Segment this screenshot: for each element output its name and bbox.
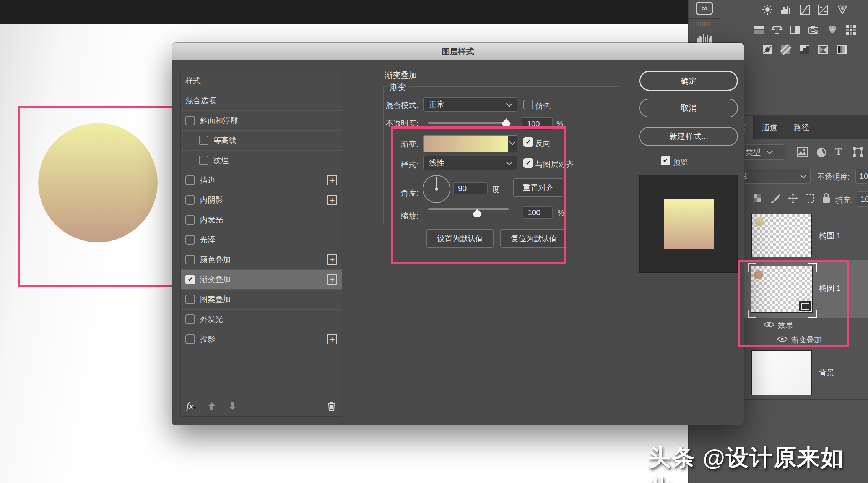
hue-saturation-icon[interactable] <box>753 24 765 36</box>
blend-mode-select[interactable]: 正常 <box>423 97 517 112</box>
layer-fill-value: 100% <box>861 195 868 204</box>
list-item-blending-options[interactable]: 混合选项 <box>181 91 342 111</box>
exposure-icon[interactable] <box>818 4 829 15</box>
histogram-panel-icon[interactable] <box>696 32 713 43</box>
add-stroke-button[interactable]: + <box>327 175 337 185</box>
dialog-annotation-rect <box>391 126 566 264</box>
contour-checkbox[interactable]: ✔ <box>199 136 208 145</box>
new-style-button[interactable]: 新建样式... <box>639 127 738 146</box>
watermark-text: 头条 @设计原来如此 <box>648 442 868 483</box>
color-overlay-checkbox[interactable]: ✔ <box>185 255 195 264</box>
cancel-button-label: 取消 <box>681 103 697 113</box>
style-list: 样式 混合选项 ✔ 斜面和浮雕 ✔ 等高线 ✔ 纹理 ✔ 描边 + ✔ 内阴影 … <box>180 71 342 417</box>
layers-annotation-rect <box>738 260 849 347</box>
preview-checkbox[interactable]: ✔ <box>661 156 670 165</box>
add-drop-shadow-button[interactable]: + <box>327 334 337 344</box>
tab-channels[interactable]: 通道 <box>754 116 785 139</box>
list-item-stroke[interactable]: ✔ 描边 + <box>181 170 342 190</box>
gradient-map-icon[interactable] <box>818 44 829 55</box>
list-item-label: 外发光 <box>200 314 223 324</box>
photo-filter-icon[interactable] <box>808 24 819 36</box>
dither-checkbox[interactable]: ✔ <box>523 100 533 109</box>
texture-checkbox[interactable]: ✔ <box>199 156 208 165</box>
move-effect-down-button[interactable] <box>228 402 237 411</box>
filter-adjustment-layers-icon[interactable] <box>816 147 827 158</box>
outer-glow-checkbox[interactable]: ✔ <box>185 314 195 324</box>
list-item-inner-shadow[interactable]: ✔ 内阴影 + <box>181 190 342 210</box>
add-inner-shadow-button[interactable]: + <box>327 195 337 205</box>
blend-mode-value: 正常 <box>429 99 444 110</box>
dialog-titlebar[interactable]: 图层样式 <box>172 43 744 60</box>
list-item-pattern-overlay[interactable]: ✔ 图案叠加 <box>181 290 342 310</box>
curves-icon[interactable] <box>799 4 811 15</box>
list-item-label: 颜色叠加 <box>200 254 231 265</box>
background-layer-thumb <box>751 350 812 395</box>
canvas-annotation-rect <box>18 106 180 287</box>
stroke-checkbox[interactable]: ✔ <box>185 175 195 185</box>
list-item-label: 渐变叠加 <box>200 274 231 285</box>
tab-paths[interactable]: 路径 <box>786 116 817 139</box>
brightness-contrast-icon[interactable] <box>762 4 773 15</box>
ok-button[interactable]: 确定 <box>639 71 738 91</box>
list-item-inner-glow[interactable]: ✔ 内发光 <box>181 210 342 230</box>
vibrance-icon[interactable] <box>837 4 848 15</box>
screen: ∞ |||||||| <box>0 0 868 483</box>
delete-effect-trash-button[interactable] <box>327 401 336 412</box>
list-item-label: 等高线 <box>213 135 236 146</box>
list-item-drop-shadow[interactable]: ✔ 投影 + <box>181 329 342 349</box>
invert-icon[interactable] <box>762 44 773 55</box>
creative-cloud-icon[interactable]: ∞ <box>696 2 713 15</box>
inner-glow-checkbox[interactable]: ✔ <box>185 215 195 225</box>
document-tab-bar[interactable] <box>0 0 688 24</box>
gradient-overlay-checkbox[interactable]: ✔ <box>185 275 195 284</box>
dither-label: 仿色 <box>535 101 551 111</box>
chevron-down-icon <box>767 148 773 154</box>
list-item-styles[interactable]: 样式 <box>181 71 342 91</box>
color-balance-icon[interactable] <box>771 24 783 36</box>
add-gradient-overlay-button[interactable]: + <box>327 274 337 285</box>
list-item-bevel-emboss[interactable]: ✔ 斜面和浮雕 <box>181 111 342 131</box>
list-item-gradient-overlay[interactable]: ✔ 渐变叠加 + <box>181 270 342 290</box>
lock-position-move-icon[interactable] <box>788 193 798 204</box>
selective-color-icon[interactable] <box>836 44 848 55</box>
list-item-label: 投影 <box>200 334 215 344</box>
pattern-overlay-checkbox[interactable]: ✔ <box>185 295 195 304</box>
add-color-overlay-button[interactable]: + <box>327 254 337 265</box>
list-item-label: 斜面和浮雕 <box>200 115 238 126</box>
style-preview-gradient-square <box>664 199 714 249</box>
black-white-icon[interactable] <box>790 24 801 36</box>
lock-all-icon[interactable] <box>821 193 831 204</box>
cancel-button[interactable]: 取消 <box>639 99 738 117</box>
move-effect-up-button[interactable] <box>207 402 216 411</box>
layer-opacity-field[interactable]: 100% <box>855 169 868 184</box>
layer1-circle-thumb <box>755 217 764 226</box>
gradient-overlay-section-title: 渐变叠加 <box>382 70 420 81</box>
filter-shape-layers-icon[interactable] <box>853 147 864 158</box>
lock-artboard-icon[interactable] <box>805 193 815 204</box>
drop-shadow-checkbox[interactable]: ✔ <box>185 334 195 344</box>
list-item-texture[interactable]: ✔ 纹理 <box>181 151 342 170</box>
lock-transparency-icon[interactable] <box>753 193 763 204</box>
inner-shadow-checkbox[interactable]: ✔ <box>185 195 195 205</box>
layer-fill-label: 填充: <box>835 195 853 205</box>
channel-mixer-icon[interactable] <box>827 24 838 36</box>
filter-pixel-layers-icon[interactable] <box>796 147 808 157</box>
opacity-slider[interactable] <box>428 122 509 124</box>
posterize-icon[interactable] <box>780 44 792 55</box>
list-item-contour[interactable]: ✔ 等高线 <box>181 131 342 151</box>
layer-opacity-value: 100% <box>860 172 868 181</box>
list-item-color-overlay[interactable]: ✔ 颜色叠加 + <box>181 250 342 270</box>
layer-fill-field[interactable]: 100% <box>857 191 868 207</box>
fx-menu-button[interactable]: fx▾ <box>186 400 196 412</box>
threshold-icon[interactable] <box>799 44 811 55</box>
color-lookup-icon[interactable] <box>845 24 857 36</box>
style-list-footer: fx▾ <box>181 396 342 416</box>
satin-checkbox[interactable]: ✔ <box>185 235 195 245</box>
layer-style-dialog: 图层样式 样式 混合选项 ✔ 斜面和浮雕 ✔ 等高线 ✔ 纹理 ✔ 描边 + <box>172 43 744 425</box>
bevel-emboss-checkbox[interactable]: ✔ <box>185 116 195 125</box>
list-item-outer-glow[interactable]: ✔ 外发光 <box>181 310 342 329</box>
levels-icon[interactable] <box>780 4 792 15</box>
lock-image-brush-icon[interactable] <box>770 193 781 204</box>
list-item-satin[interactable]: ✔ 光泽 <box>181 230 342 250</box>
filter-type-layers-icon[interactable]: T <box>835 146 842 157</box>
